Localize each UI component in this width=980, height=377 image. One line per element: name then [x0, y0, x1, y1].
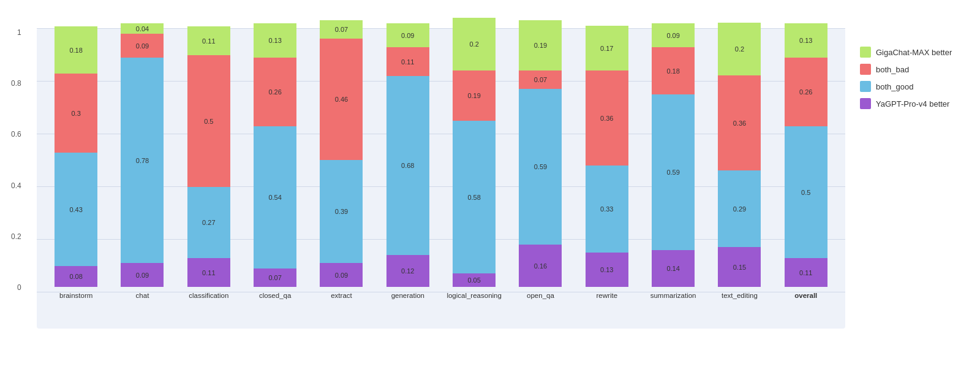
segment-purple-closed_qa: 0.07: [254, 268, 296, 287]
bar-label-extract: extract: [331, 292, 352, 299]
segment-green-closed_qa: 0.13: [254, 23, 296, 58]
segment-blue-open_qa: 0.59: [519, 89, 562, 245]
bar-group-overall: 0.110.50.260.13overall: [773, 23, 839, 299]
legend: GigaChat-MAX betterboth_badboth_goodYaGP…: [860, 47, 952, 109]
legend-item-both_good: both_good: [860, 81, 952, 92]
bar-label-closed_qa: closed_qa: [259, 292, 291, 299]
legend-color-swatch: [860, 81, 871, 92]
segment-blue-chat: 0.78: [121, 58, 164, 263]
segment-red-extract: 0.46: [320, 39, 363, 160]
segment-red-text_editing: 0.36: [718, 75, 761, 170]
segment-purple-classification: 0.11: [187, 258, 230, 287]
segment-green-overall: 0.13: [785, 23, 827, 58]
bar-stack-rewrite: 0.130.330.360.17: [586, 26, 628, 287]
segment-green-open_qa: 0.19: [519, 20, 562, 70]
segment-red-summarization: 0.18: [652, 47, 695, 94]
segment-green-extract: 0.07: [320, 20, 363, 39]
bar-group-brainstorm: 0.080.430.30.18brainstorm: [43, 26, 109, 299]
segment-red-generation: 0.11: [386, 47, 429, 76]
segment-purple-brainstorm: 0.08: [55, 266, 97, 287]
bar-group-generation: 0.120.680.110.09generation: [375, 23, 441, 299]
legend-color-swatch: [860, 64, 871, 75]
segment-green-classification: 0.11: [187, 26, 230, 55]
segment-purple-chat: 0.09: [121, 263, 164, 287]
bar-group-classification: 0.110.270.50.11classification: [176, 26, 242, 299]
y-label-0: 0: [17, 283, 21, 292]
bar-stack-chat: 0.090.780.090.04: [121, 23, 164, 287]
y-label-06: 0.6: [11, 130, 21, 139]
segment-red-overall: 0.26: [785, 58, 827, 126]
bar-label-classification: classification: [189, 292, 228, 299]
segment-green-summarization: 0.09: [652, 23, 695, 47]
segment-blue-extract: 0.39: [320, 160, 363, 263]
bar-stack-extract: 0.090.390.460.07: [320, 20, 363, 287]
segment-green-chat: 0.04: [121, 23, 164, 34]
bar-group-rewrite: 0.130.330.360.17rewrite: [574, 26, 640, 299]
bar-label-rewrite: rewrite: [597, 292, 618, 299]
segment-red-closed_qa: 0.26: [254, 58, 296, 126]
bar-label-open_qa: open_qa: [527, 292, 554, 299]
segment-red-rewrite: 0.36: [586, 70, 628, 166]
y-label-1: 1: [17, 28, 21, 37]
segment-purple-overall: 0.11: [785, 258, 827, 287]
segment-blue-brainstorm: 0.43: [55, 153, 97, 266]
segment-green-generation: 0.09: [386, 23, 429, 47]
bars-row: 0.080.430.30.18brainstorm0.090.780.090.0…: [37, 36, 845, 299]
bar-label-chat: chat: [136, 292, 149, 299]
segment-purple-extract: 0.09: [320, 263, 363, 287]
legend-label: GigaChat-MAX better: [876, 48, 952, 57]
segment-red-brainstorm: 0.3: [55, 74, 97, 153]
legend-item-both_bad: both_bad: [860, 64, 952, 75]
bar-stack-open_qa: 0.160.590.070.19: [519, 20, 562, 287]
bar-group-chat: 0.090.780.090.04chat: [109, 23, 175, 299]
segment-red-open_qa: 0.07: [519, 70, 562, 89]
segment-blue-overall: 0.5: [785, 126, 827, 258]
legend-label: YaGPT-Pro-v4 better: [876, 99, 949, 109]
segment-blue-closed_qa: 0.54: [254, 126, 296, 268]
segment-green-text_editing: 0.2: [718, 23, 761, 75]
bar-stack-summarization: 0.140.590.180.09: [652, 23, 695, 287]
segment-purple-summarization: 0.14: [652, 250, 695, 287]
y-label-02: 0.2: [11, 232, 21, 241]
segment-red-classification: 0.5: [187, 55, 230, 187]
segment-purple-text_editing: 0.15: [718, 247, 761, 287]
y-label-04: 0.4: [11, 181, 21, 190]
segment-blue-summarization: 0.59: [652, 94, 695, 250]
segment-red-logical_reasoning: 0.19: [453, 70, 496, 121]
bar-stack-generation: 0.120.680.110.09: [386, 23, 429, 287]
legend-label: both_good: [876, 82, 913, 91]
segment-purple-rewrite: 0.13: [586, 253, 628, 287]
bar-stack-logical_reasoning: 0.050.580.190.2: [453, 18, 496, 287]
segment-green-rewrite: 0.17: [586, 26, 628, 70]
bar-stack-overall: 0.110.50.260.13: [785, 23, 827, 287]
plot-wrapper: 1 0.8 0.6 0.4 0.2 0 0.080.430.30.18brain…: [37, 28, 845, 329]
bar-label-summarization: summarization: [650, 292, 696, 299]
bar-group-closed_qa: 0.070.540.260.13closed_qa: [242, 23, 308, 299]
bar-group-summarization: 0.140.590.180.09summarization: [640, 23, 706, 299]
segment-purple-open_qa: 0.16: [519, 245, 562, 287]
y-label-08: 0.8: [11, 79, 21, 88]
segment-blue-text_editing: 0.29: [718, 170, 761, 247]
bar-group-text_editing: 0.150.290.360.2text_editing: [706, 23, 772, 299]
legend-item-yagpt-pro-v4-better: YaGPT-Pro-v4 better: [860, 98, 952, 109]
segment-blue-generation: 0.68: [386, 76, 429, 255]
legend-label: both_bad: [876, 65, 909, 74]
bar-label-text_editing: text_editing: [722, 292, 758, 299]
segment-blue-classification: 0.27: [187, 187, 230, 258]
segment-purple-logical_reasoning: 0.05: [453, 273, 496, 287]
chart-container: 1 0.8 0.6 0.4 0.2 0 0.080.430.30.18brain…: [0, 0, 980, 377]
bar-stack-closed_qa: 0.070.540.260.13: [254, 23, 296, 287]
bar-stack-classification: 0.110.270.50.11: [187, 26, 230, 287]
segment-purple-generation: 0.12: [386, 255, 429, 287]
segment-blue-rewrite: 0.33: [586, 166, 628, 253]
chart-area: 1 0.8 0.6 0.4 0.2 0 0.080.430.30.18brain…: [0, 28, 980, 329]
bar-group-extract: 0.090.390.460.07extract: [308, 20, 374, 299]
bar-group-logical_reasoning: 0.050.580.190.2logical_reasoning: [441, 18, 507, 299]
bar-label-brainstorm: brainstorm: [59, 292, 92, 299]
segment-blue-logical_reasoning: 0.58: [453, 121, 496, 273]
legend-item-gigachat-max-better: GigaChat-MAX better: [860, 47, 952, 58]
legend-color-swatch: [860, 47, 871, 58]
bar-label-generation: generation: [391, 292, 424, 299]
segment-green-brainstorm: 0.18: [55, 26, 97, 74]
bar-stack-brainstorm: 0.080.430.30.18: [55, 26, 97, 287]
